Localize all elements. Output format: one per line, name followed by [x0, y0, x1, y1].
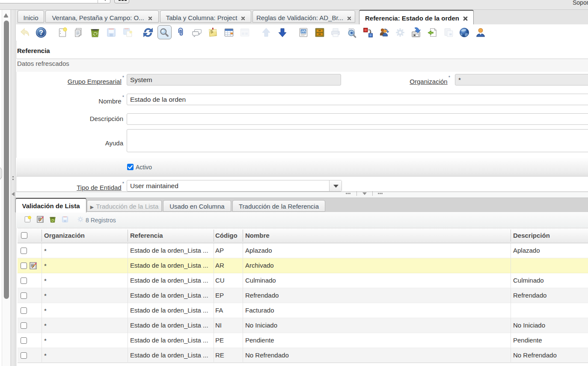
- svg-text:?: ?: [39, 29, 43, 36]
